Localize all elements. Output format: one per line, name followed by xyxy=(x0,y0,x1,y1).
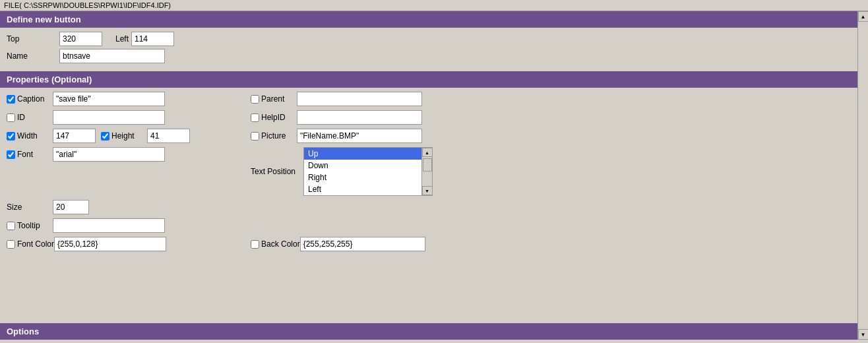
scroll-down-btn[interactable]: ▼ xyxy=(422,186,433,195)
left-col: Caption xyxy=(7,92,251,106)
back-color-checkbox[interactable] xyxy=(251,240,259,249)
scroll-thumb xyxy=(423,158,432,172)
backcolor-col: Back Color xyxy=(251,237,851,251)
caption-row: Caption xyxy=(7,92,251,106)
picture-checkbox[interactable] xyxy=(251,132,259,140)
text-position-row: Text Position Up Down Right Left ▲ xyxy=(251,147,851,196)
caption-parent-row: Caption Parent xyxy=(7,92,851,106)
define-section: Top Left Name xyxy=(0,28,857,71)
textposition-col: Text Position Up Down Right Left ▲ xyxy=(251,147,851,196)
dropdown-item-down[interactable]: Down xyxy=(304,160,421,172)
main-scroll-track xyxy=(858,22,869,329)
id-left-col: ID xyxy=(7,110,251,125)
text-position-label: Text Position xyxy=(251,167,303,176)
dropdown-item-right[interactable]: Right xyxy=(304,172,421,183)
name-row: Name xyxy=(7,49,851,63)
id-row: ID xyxy=(7,110,251,125)
properties-section-header: Properties (Optional) xyxy=(0,71,857,88)
options-section-header: Options xyxy=(0,323,857,340)
font-row: Font xyxy=(7,147,251,162)
picture-checkbox-label[interactable]: Picture xyxy=(251,131,297,140)
text-position-dropdown[interactable]: Up Down Right Left ▲ ▼ xyxy=(303,147,433,196)
right-col: Parent xyxy=(251,92,851,106)
caption-checkbox[interactable] xyxy=(7,95,15,104)
text-position-list[interactable]: Up Down Right Left xyxy=(304,148,421,195)
caption-input[interactable] xyxy=(53,92,165,106)
backcolor-field-row: Back Color xyxy=(251,237,851,251)
width-checkbox-label[interactable]: Width xyxy=(7,131,53,140)
main-scroll-down[interactable]: ▼ xyxy=(858,329,869,340)
id-checkbox-label[interactable]: ID xyxy=(7,113,53,122)
tooltip-input[interactable] xyxy=(53,218,165,233)
helpid-input[interactable] xyxy=(297,110,422,125)
title-text: FILE( C:\SSRPWI\DOUBLES\RPWI1\IDF\IDF4.I… xyxy=(4,1,171,9)
height-input[interactable] xyxy=(147,129,190,143)
left-input[interactable] xyxy=(131,32,174,46)
helpid-row: HelpID xyxy=(251,110,851,125)
helpid-checkbox[interactable] xyxy=(251,113,259,122)
font-textposition-row: Font Text Position Up Down Right xyxy=(7,147,851,196)
picture-input[interactable] xyxy=(297,129,422,143)
main-container: Define new button Top Left Name Properti… xyxy=(0,11,868,340)
parent-checkbox[interactable] xyxy=(251,95,259,104)
parent-input[interactable] xyxy=(297,92,422,106)
size-row: Size xyxy=(7,200,851,214)
font-col: Font xyxy=(7,147,251,162)
properties-grid: Caption Parent xyxy=(0,88,857,323)
caption-checkbox-label[interactable]: Caption xyxy=(7,94,53,104)
left-label: Left xyxy=(115,34,129,44)
font-color-checkbox[interactable] xyxy=(7,240,15,249)
main-scrollbar[interactable]: ▲ ▼ xyxy=(857,11,868,340)
tooltip-row: Tooltip xyxy=(7,218,851,233)
dropdown-scrollbar[interactable]: ▲ ▼ xyxy=(421,148,432,195)
size-col: Size xyxy=(7,200,251,214)
font-color-checkbox-label[interactable]: Font Color xyxy=(7,239,54,249)
top-left-row: Top Left xyxy=(7,32,851,46)
tooltip-col: Tooltip xyxy=(7,218,251,233)
name-input[interactable] xyxy=(59,49,165,63)
height-checkbox[interactable] xyxy=(101,132,109,140)
dropdown-item-up[interactable]: Up xyxy=(304,148,421,160)
top-input[interactable] xyxy=(59,32,102,46)
tooltip-field-row: Tooltip xyxy=(7,218,251,233)
picture-col: Picture xyxy=(251,129,851,143)
font-checkbox-label[interactable]: Font xyxy=(7,150,53,159)
title-bar: FILE( C:\SSRPWI\DOUBLES\RPWI1\IDF\IDF4.I… xyxy=(0,0,868,11)
picture-row: Picture xyxy=(251,129,851,143)
width-height-picture-row: Width Height Picture xyxy=(7,129,851,143)
colors-row: Font Color Back Color xyxy=(7,237,851,251)
back-color-checkbox-label[interactable]: Back Color xyxy=(251,239,300,249)
name-label: Name xyxy=(7,51,59,61)
size-input[interactable] xyxy=(53,200,89,214)
id-helpid-row: ID HelpID xyxy=(7,110,851,125)
main-scroll-up[interactable]: ▲ xyxy=(858,11,869,22)
top-label: Top xyxy=(7,34,59,44)
width-height-col: Width Height xyxy=(7,129,251,143)
width-checkbox[interactable] xyxy=(7,132,15,140)
width-height-row: Width Height xyxy=(7,129,251,143)
height-checkbox-label[interactable]: Height xyxy=(101,131,147,140)
font-input[interactable] xyxy=(53,147,165,162)
helpid-checkbox-label[interactable]: HelpID xyxy=(251,113,297,122)
helpid-right-col: HelpID xyxy=(251,110,851,125)
size-field-row: Size xyxy=(7,200,251,214)
id-checkbox[interactable] xyxy=(7,113,15,122)
define-section-header: Define new button xyxy=(0,11,857,28)
font-color-input[interactable] xyxy=(54,237,166,251)
back-color-input[interactable] xyxy=(300,237,425,251)
fontcolor-col: Font Color xyxy=(7,237,251,251)
content-area: Define new button Top Left Name Properti… xyxy=(0,11,857,340)
tooltip-checkbox[interactable] xyxy=(7,222,15,230)
id-input[interactable] xyxy=(53,110,165,125)
width-input[interactable] xyxy=(53,129,96,143)
parent-checkbox-label[interactable]: Parent xyxy=(251,94,297,104)
parent-row: Parent xyxy=(251,92,851,106)
scroll-up-btn[interactable]: ▲ xyxy=(422,148,433,157)
size-label: Size xyxy=(7,203,53,212)
fontcolor-field-row: Font Color xyxy=(7,237,251,251)
dropdown-item-left[interactable]: Left xyxy=(304,183,421,195)
font-checkbox[interactable] xyxy=(7,150,15,159)
tooltip-checkbox-label[interactable]: Tooltip xyxy=(7,221,53,230)
